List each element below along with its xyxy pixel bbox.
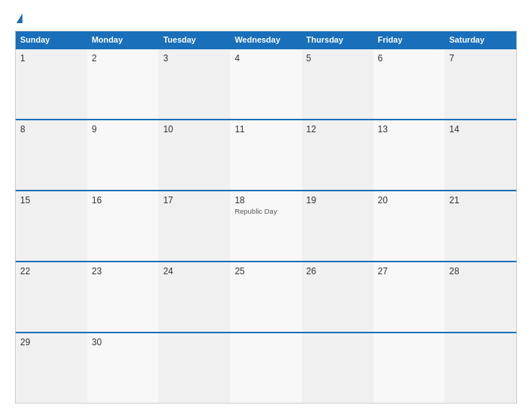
calendar-cell: 8 [16, 120, 87, 190]
calendar-cell: 19 [302, 191, 374, 261]
calendar-cell: 18Republic Day [230, 191, 302, 261]
calendar-cell: 12 [302, 120, 374, 190]
day-number: 29 [20, 337, 83, 347]
day-number: 21 [449, 195, 512, 206]
day-number: 9 [92, 124, 155, 135]
day-number: 17 [163, 195, 226, 206]
day-number: 6 [378, 53, 441, 64]
calendar-cell: 1 [16, 49, 87, 119]
day-number: 20 [378, 195, 441, 206]
calendar-header: SundayMondayTuesdayWednesdayThursdayFrid… [16, 31, 516, 48]
header-day-tuesday: Tuesday [158, 31, 230, 48]
header-day-wednesday: Wednesday [230, 31, 302, 48]
calendar-cell: 22 [16, 262, 87, 332]
day-number: 18 [235, 195, 297, 206]
logo [15, 13, 22, 23]
day-number: 4 [235, 53, 297, 64]
calendar: SundayMondayTuesdayWednesdayThursdayFrid… [15, 31, 517, 404]
calendar-cell: 27 [374, 262, 445, 332]
calendar-cell: 23 [87, 262, 159, 332]
calendar-cell: 28 [445, 262, 516, 332]
calendar-cell: 29 [16, 333, 87, 403]
day-number: 27 [378, 266, 441, 276]
calendar-cell: 13 [374, 120, 445, 190]
day-number: 10 [163, 124, 226, 135]
calendar-cell: 7 [445, 49, 516, 119]
calendar-body: 123456789101112131415161718Republic Day1… [16, 48, 516, 403]
day-number: 1 [20, 53, 83, 64]
calendar-week-5: 2930 [16, 332, 516, 403]
logo-triangle-icon [16, 13, 22, 23]
calendar-cell: 14 [445, 120, 516, 190]
calendar-week-3: 15161718Republic Day192021 [16, 190, 516, 261]
day-number: 13 [378, 124, 441, 135]
calendar-cell: 30 [87, 333, 159, 403]
calendar-week-2: 891011121314 [16, 119, 516, 190]
day-number: 11 [235, 124, 297, 135]
calendar-cell: 20 [374, 191, 445, 261]
calendar-cell: 21 [445, 191, 516, 261]
calendar-cell: 6 [374, 49, 445, 119]
day-number: 14 [449, 124, 512, 135]
calendar-cell: 3 [158, 49, 230, 119]
day-number: 23 [92, 266, 155, 276]
day-number: 2 [92, 53, 155, 64]
day-number: 26 [306, 266, 369, 276]
calendar-cell: 15 [16, 191, 87, 261]
calendar-cell: 25 [230, 262, 302, 332]
header-day-friday: Friday [374, 31, 445, 48]
header-day-saturday: Saturday [445, 31, 516, 48]
calendar-cell: 16 [87, 191, 159, 261]
day-number: 19 [306, 195, 369, 206]
day-number: 7 [449, 53, 512, 64]
day-number: 28 [449, 266, 512, 276]
calendar-cell [445, 333, 516, 403]
day-number: 22 [20, 266, 83, 276]
header-day-monday: Monday [87, 31, 159, 48]
calendar-cell: 2 [87, 49, 159, 119]
calendar-cell: 9 [87, 120, 159, 190]
calendar-cell: 26 [302, 262, 374, 332]
header [15, 13, 517, 23]
day-number: 12 [306, 124, 369, 135]
header-day-sunday: Sunday [16, 31, 87, 48]
calendar-cell: 24 [158, 262, 230, 332]
calendar-cell [158, 333, 230, 403]
day-number: 5 [306, 53, 369, 64]
day-number: 16 [92, 195, 155, 206]
calendar-cell: 5 [302, 49, 374, 119]
calendar-week-4: 22232425262728 [16, 261, 516, 332]
calendar-cell: 10 [158, 120, 230, 190]
calendar-cell: 17 [158, 191, 230, 261]
calendar-cell: 11 [230, 120, 302, 190]
day-number: 8 [20, 124, 83, 135]
day-number: 24 [163, 266, 226, 276]
day-number: 25 [235, 266, 297, 276]
logo-blue-text [15, 13, 22, 23]
header-day-thursday: Thursday [302, 31, 374, 48]
calendar-cell [230, 333, 302, 403]
calendar-cell [302, 333, 374, 403]
day-number: 15 [20, 195, 83, 206]
holiday-label: Republic Day [235, 207, 297, 215]
calendar-week-1: 1234567 [16, 48, 516, 119]
page: SundayMondayTuesdayWednesdayThursdayFrid… [0, 0, 532, 411]
day-number: 3 [163, 53, 226, 64]
calendar-cell: 4 [230, 49, 302, 119]
calendar-cell [374, 333, 445, 403]
day-number: 30 [92, 337, 155, 347]
